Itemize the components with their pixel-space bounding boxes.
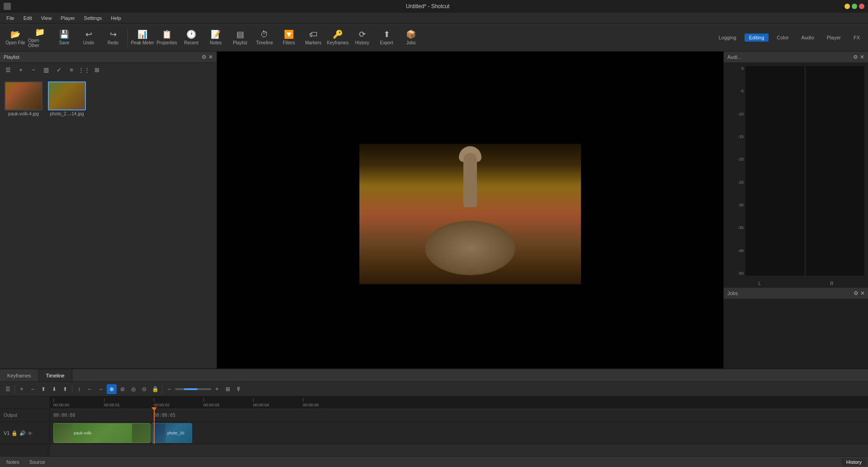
tab-keyframes[interactable]: Keyframes	[0, 369, 39, 381]
close-button[interactable]	[859, 4, 864, 9]
notes-label: Notes	[210, 40, 222, 45]
save-button[interactable]: 💾 Save	[52, 25, 76, 50]
markers-button[interactable]: 🏷 Markers	[302, 25, 325, 50]
tab-timeline[interactable]: Timeline	[39, 369, 72, 381]
tl-target-btn[interactable]: ⊙	[139, 384, 149, 394]
editing-view-btn[interactable]: Editing	[745, 33, 769, 42]
tl-zoom-slider[interactable]	[175, 388, 211, 390]
titlebar-left	[4, 3, 11, 10]
playlist-add-btn[interactable]: +	[15, 65, 26, 76]
clip-photo[interactable]: photo_20	[151, 423, 192, 443]
playlist-header: Playlist ⚙ ✕	[0, 52, 217, 62]
jobs-settings-icon[interactable]: ⚙	[854, 290, 859, 296]
audio-header: Audi... ⚙ ✕	[724, 52, 868, 62]
undo-button[interactable]: ↩ Undo	[77, 25, 100, 50]
audio-r-label: R	[830, 281, 833, 286]
window-controls[interactable]	[844, 4, 864, 9]
tl-zoom-in-btn[interactable]: +	[212, 384, 222, 394]
playlist-settings-icon[interactable]: ⚙	[202, 54, 207, 60]
bottom-tab-history[interactable]: History	[842, 458, 866, 466]
tl-snap-btn[interactable]: ⊕	[107, 384, 117, 394]
audio-channel-l	[745, 66, 804, 276]
menu-view[interactable]: View	[37, 14, 57, 22]
peak-meter-button[interactable]: 📊 Peak Meter	[131, 25, 154, 50]
track-mute-icon[interactable]: 🔊	[19, 430, 26, 436]
menu-help[interactable]: Help	[106, 14, 126, 22]
history-button[interactable]: ⟳ History	[350, 25, 374, 50]
track-hide-icon[interactable]: 👁	[28, 431, 33, 436]
menu-file[interactable]: File	[2, 14, 19, 22]
fx-view-btn[interactable]: FX	[849, 33, 864, 42]
tl-down-btn[interactable]: ⬇	[49, 384, 59, 394]
playlist-check-btn[interactable]: ✓	[53, 65, 64, 76]
playlist-thumb-1	[5, 81, 42, 110]
tl-fit-btn[interactable]: ⊞	[223, 384, 233, 394]
open-file-label: Open File	[5, 40, 25, 45]
playlist-toolbar: ☰ + − ▥ ✓ ≡ ⋮⋮ ⊞	[0, 62, 217, 77]
open-other-button[interactable]: 📁 Open Other	[28, 25, 52, 50]
playlist-list2-btn[interactable]: ⋮⋮	[79, 65, 90, 76]
snake-body	[425, 221, 515, 275]
menu-edit[interactable]: Edit	[19, 14, 37, 22]
jobs-button[interactable]: 📦 Jobs	[399, 25, 423, 50]
open-file-icon: 📂	[10, 29, 20, 39]
tl-ripple-btn[interactable]: ↕	[74, 384, 84, 394]
tl-lock-btn[interactable]: 🔒	[150, 384, 160, 394]
playlist-item-2[interactable]: photo_2...-14.jpg	[47, 81, 87, 117]
bottom-tab-notes[interactable]: Notes	[2, 458, 24, 466]
properties-button[interactable]: 📋 Properties	[155, 25, 179, 50]
jobs-close-icon[interactable]: ✕	[860, 290, 865, 296]
player-view-btn[interactable]: Player	[822, 33, 845, 42]
playlist-grid-btn[interactable]: ⊞	[91, 65, 102, 76]
redo-button[interactable]: ↪ Redo	[101, 25, 125, 50]
playlist-remove-btn[interactable]: −	[28, 65, 39, 76]
playlist-thumb-image-1	[5, 82, 42, 110]
audio-close-icon[interactable]: ✕	[860, 54, 864, 60]
maximize-button[interactable]	[852, 4, 857, 9]
markers-label: Markers	[305, 40, 321, 45]
menu-player[interactable]: Player	[56, 14, 79, 22]
color-view-btn[interactable]: Color	[772, 33, 793, 42]
export-button[interactable]: ⬆ Export	[375, 25, 398, 50]
tl-zoom-out-btn[interactable]: −	[164, 384, 174, 394]
clip-label-1: pauk-volk-	[72, 431, 132, 435]
audio-scale-25: -25	[738, 180, 744, 185]
playlist-list1-btn[interactable]: ≡	[66, 65, 77, 76]
history-label: History	[355, 40, 369, 45]
playlist-close-icon[interactable]: ✕	[208, 54, 213, 60]
tl-arrow-right-btn[interactable]: →	[96, 384, 106, 394]
tl-arrow-left-btn[interactable]: ←	[85, 384, 95, 394]
filters-button[interactable]: 🔽 Filters	[277, 25, 301, 50]
save-icon: 💾	[59, 29, 69, 39]
keyframes-button[interactable]: 🔑 Keyframes	[326, 25, 349, 50]
bottom-tab-source[interactable]: Source	[25, 458, 50, 466]
save-label: Save	[59, 40, 70, 45]
track-lock-icon[interactable]: 🔒	[11, 430, 18, 436]
track-v1-icons: 🔒 🔊 👁	[11, 430, 33, 436]
properties-icon: 📋	[162, 29, 172, 39]
minimize-button[interactable]	[844, 4, 850, 9]
open-file-button[interactable]: 📂 Open File	[4, 25, 27, 50]
tl-menu-btn[interactable]: ☰	[3, 384, 13, 394]
tl-record-btn[interactable]: 🎙	[234, 384, 244, 394]
notes-button[interactable]: 📝 Notes	[204, 25, 227, 50]
tl-center-btn[interactable]: ◎	[128, 384, 138, 394]
tl-ripple2-btn[interactable]: ⊘	[118, 384, 127, 394]
playlist-button[interactable]: ▤ Playlist	[228, 25, 252, 50]
tl-up-btn[interactable]: ⬆	[60, 384, 70, 394]
playlist-in-btn[interactable]: ▥	[41, 65, 52, 76]
logging-view-btn[interactable]: Logging	[714, 33, 741, 42]
tl-add-track-btn[interactable]: +	[17, 384, 27, 394]
playlist-item-1[interactable]: pauk-volk-4.jpg	[4, 81, 43, 117]
playlist-menu-btn[interactable]: ☰	[3, 65, 14, 76]
audio-scale-40: -40	[738, 248, 744, 253]
tl-remove-track-btn[interactable]: −	[28, 384, 38, 394]
recent-button[interactable]: 🕐 Recent	[179, 25, 203, 50]
audio-scale-5: -5	[740, 89, 744, 93]
audio-view-btn[interactable]: Audio	[797, 33, 819, 42]
timeline-button[interactable]: ⏱ Timeline	[253, 25, 276, 50]
clip-pauk-volk[interactable]: pauk-volk-	[53, 423, 151, 443]
tl-lift-btn[interactable]: ⬆	[38, 384, 48, 394]
menu-settings[interactable]: Settings	[80, 14, 107, 22]
audio-settings-icon[interactable]: ⚙	[853, 54, 858, 60]
